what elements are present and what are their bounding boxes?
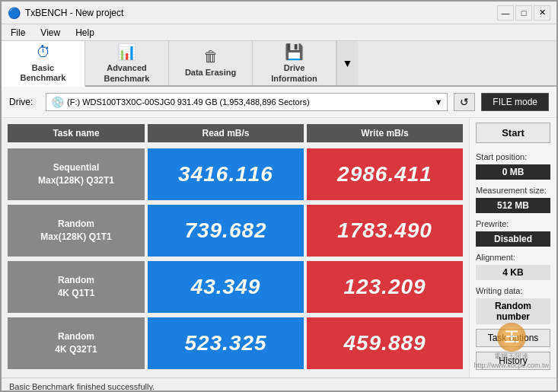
watermark: 王 電腦王阿達 http://www.kocpc.com.tw	[474, 323, 549, 369]
drive-select-icon: 💿	[51, 96, 64, 108]
window-title: TxBENCH - New project	[25, 8, 123, 18]
watermark-line1: 電腦王阿達	[494, 352, 528, 362]
watermark-line2: http://www.kocpc.com.tw	[474, 362, 549, 369]
basic-benchmark-icon: ⏱	[36, 43, 51, 61]
drive-refresh-button[interactable]: ↺	[454, 93, 475, 111]
bench-write-seq-max: 2986.411	[307, 148, 463, 200]
bench-row-random-4k-q32: Random4K Q32T1 523.325 459.889	[8, 317, 463, 369]
advanced-benchmark-icon: 📊	[117, 43, 136, 61]
bench-row-sequential-max: SequentialMax(128K) Q32T1 3416.116 2986.…	[8, 148, 463, 200]
bench-read-rnd-max: 739.682	[148, 205, 304, 257]
maximize-button[interactable]: □	[515, 5, 532, 21]
advanced-benchmark-label: AdvancedBenchmark	[104, 63, 150, 83]
drive-row: Drive: 💿 (F:) WDS100T3X0C-00SJG0 931.49 …	[2, 87, 556, 118]
status-bar: Basic Benchmark finished successfully.	[2, 378, 556, 392]
menu-file[interactable]: File	[5, 26, 31, 40]
bench-write-rnd-4k-q32: 459.889	[307, 317, 463, 369]
measurement-size-label: Measurement size:	[476, 186, 550, 195]
start-position-value: 0 MB	[476, 164, 550, 180]
bench-read-rnd-4k-q32: 523.325	[148, 317, 304, 369]
bench-write-rnd-max: 1783.490	[307, 205, 463, 257]
alignment-value: 4 KB	[476, 265, 550, 280]
start-position-label: Start position:	[476, 152, 550, 161]
bench-read-rnd-4k-q1: 43.349	[148, 261, 304, 313]
toolbar-dropdown[interactable]: ▼	[336, 41, 358, 85]
tab-advanced-benchmark[interactable]: 📊 AdvancedBenchmark	[85, 41, 169, 85]
bench-label-rnd-4k-q1: Random4K Q1T1	[8, 261, 145, 313]
drive-information-icon: 💾	[285, 43, 304, 61]
toolbar: ⏱ BasicBenchmark 📊 AdvancedBenchmark 🗑 D…	[2, 41, 556, 87]
tab-drive-information[interactable]: 💾 DriveInformation	[253, 41, 336, 85]
bench-row-random-4k-q1: Random4K Q1T1 43.349 123.209	[8, 261, 463, 313]
basic-benchmark-label: BasicBenchmark	[21, 63, 66, 83]
watermark-logo: 王	[497, 323, 526, 352]
start-button[interactable]: Start	[476, 123, 550, 143]
prewrite-value: Disabled	[476, 231, 550, 247]
benchmark-area: Task name Read mB/s Write mB/s Sequentia…	[2, 118, 469, 378]
menu-view[interactable]: View	[34, 26, 66, 40]
bench-label-rnd-max: RandomMax(128K) Q1T1	[8, 205, 145, 257]
header-read: Read mB/s	[148, 124, 304, 142]
dropdown-icon: ▼	[343, 57, 353, 69]
window-controls: — □ ✕	[497, 5, 550, 21]
table-header: Task name Read mB/s Write mB/s	[8, 124, 463, 142]
title-bar: 🔵 TxBENCH - New project — □ ✕	[2, 2, 556, 24]
drive-label: Drive:	[9, 97, 40, 107]
bench-label-rnd-4k-q32: Random4K Q32T1	[8, 317, 145, 369]
writing-data-value: Random number	[476, 298, 550, 324]
prewrite-label: Prewrite:	[476, 219, 550, 228]
bench-row-random-max: RandomMax(128K) Q1T1 739.682 1783.490	[8, 205, 463, 257]
bench-read-seq-max: 3416.116	[148, 148, 304, 200]
minimize-button[interactable]: —	[497, 5, 514, 21]
tab-data-erasing[interactable]: 🗑 Data Erasing	[169, 41, 253, 85]
drive-information-label: DriveInformation	[271, 63, 317, 83]
header-write: Write mB/s	[307, 124, 463, 142]
bench-write-rnd-4k-q1: 123.209	[307, 261, 463, 313]
file-mode-button[interactable]: FILE mode	[481, 93, 549, 111]
tab-basic-benchmark[interactable]: ⏱ BasicBenchmark	[2, 41, 85, 87]
app-icon: 🔵	[8, 7, 21, 19]
drive-select-arrow: ▼	[434, 97, 442, 107]
writing-data-label: Writing data:	[476, 286, 550, 295]
menu-help[interactable]: Help	[69, 26, 100, 40]
close-button[interactable]: ✕	[534, 5, 550, 21]
drive-select-value: (F:) WDS100T3X0C-00SJG0 931.49 GB (1,953…	[67, 97, 310, 107]
menu-bar: File View Help	[2, 24, 556, 41]
drive-select[interactable]: 💿 (F:) WDS100T3X0C-00SJG0 931.49 GB (1,9…	[46, 93, 448, 111]
data-erasing-label: Data Erasing	[185, 68, 236, 78]
alignment-label: Alignment:	[476, 253, 550, 262]
refresh-icon: ↺	[460, 96, 469, 108]
bench-label-seq-max: SequentialMax(128K) Q32T1	[8, 148, 145, 200]
status-text: Basic Benchmark finished successfully.	[9, 382, 155, 391]
data-erasing-icon: 🗑	[203, 48, 218, 65]
measurement-size-value: 512 MB	[476, 198, 550, 213]
header-task-name: Task name	[8, 124, 145, 142]
